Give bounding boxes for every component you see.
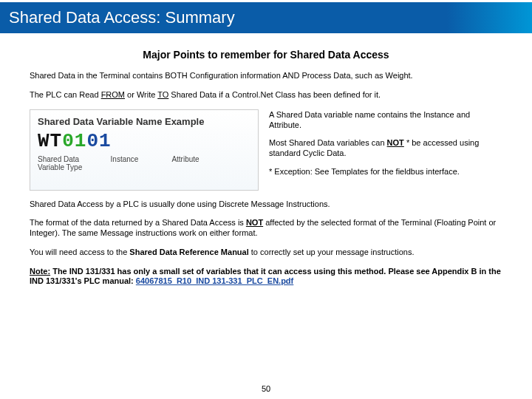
- figure-row: Shared Data Variable Name Example WT0101…: [30, 109, 502, 191]
- side-p1: A Shared Data variable name contains the…: [269, 109, 502, 131]
- side-p2-a: Most Shared Data variables can: [269, 138, 387, 147]
- note-label: Note:: [30, 267, 50, 276]
- side-p3: * Exception: See Templates for the field…: [269, 166, 502, 177]
- label-attribute: Attribute: [152, 155, 219, 171]
- p5-b: to correctly set up your message instruc…: [249, 248, 415, 256]
- p2-text-a: The PLC can Read: [30, 90, 101, 99]
- figure-side-text: A Shared Data variable name contains the…: [269, 109, 502, 184]
- label-type: Shared Data Variable Type: [38, 155, 97, 171]
- p2-text-b: or Write: [125, 90, 157, 99]
- label-instance: Instance: [97, 155, 152, 171]
- p5-a: You will need access to the: [30, 248, 129, 256]
- p4-not: NOT: [246, 218, 263, 227]
- subheading: Major Points to remember for Shared Data…: [30, 49, 502, 61]
- title-bar: Shared Data Access: Summary: [0, 0, 532, 35]
- figure-attribute: 01: [86, 130, 111, 152]
- paragraph-4: The format of the data returned by a Sha…: [30, 218, 502, 239]
- note-paragraph: Note: The IND 131/331 has only a small s…: [30, 267, 502, 287]
- paragraph-2: The PLC can Read FROM or Write TO Shared…: [30, 90, 502, 100]
- figure-instance: 01: [62, 130, 86, 152]
- note-link[interactable]: 64067815_R10_IND 131-331_PLC_EN.pdf: [136, 276, 293, 285]
- figure-code: WT0101: [38, 130, 250, 152]
- side-p2: Most Shared Data variables can NOT * be …: [269, 137, 502, 159]
- p4-a: The format of the data returned by a Sha…: [30, 218, 246, 227]
- variable-name-figure: Shared Data Variable Name Example WT0101…: [30, 109, 259, 191]
- slide-content: Major Points to remember for Shared Data…: [0, 35, 532, 300]
- slide-title: Shared Data Access: Summary: [0, 8, 235, 27]
- side-p2-not: NOT: [387, 138, 404, 147]
- page-number: 50: [0, 384, 532, 393]
- paragraph-1: Shared Data in the Terminal contains BOT…: [30, 71, 502, 81]
- p5-manual: Shared Data Reference Manual: [129, 248, 248, 256]
- p2-to: TO: [157, 90, 168, 99]
- paragraph-3: Shared Data Access by a PLC is usually d…: [30, 200, 502, 210]
- p2-text-c: Shared Data if a Control.Net Class has b…: [168, 90, 381, 99]
- p2-from: FROM: [101, 90, 125, 99]
- figure-title: Shared Data Variable Name Example: [38, 116, 250, 127]
- figure-labels: Shared Data Variable Type Instance Attri…: [38, 155, 250, 171]
- paragraph-5: You will need access to the Shared Data …: [30, 248, 502, 258]
- figure-type: WT: [38, 130, 62, 152]
